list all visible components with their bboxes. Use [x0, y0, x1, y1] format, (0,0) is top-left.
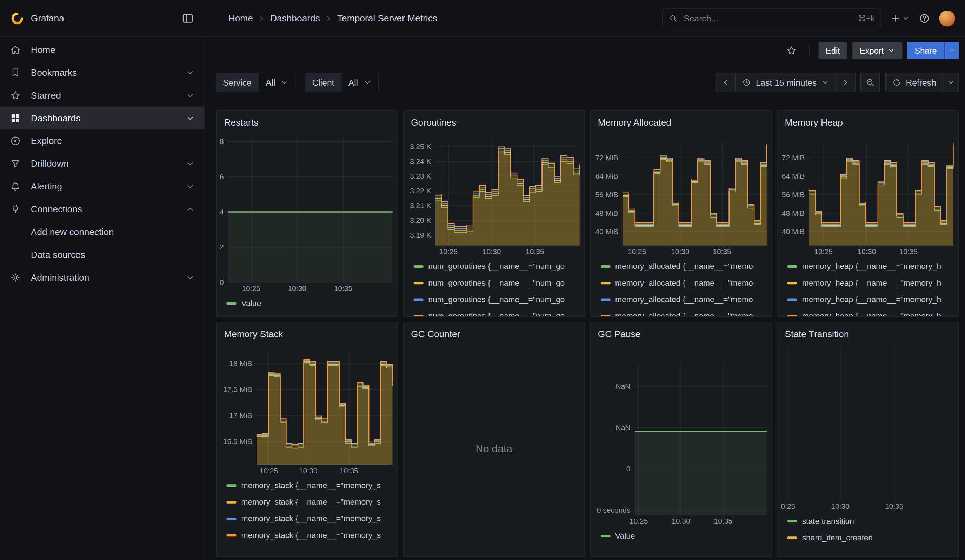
chevron-down-icon[interactable]: [186, 68, 195, 77]
compass-icon: [10, 135, 21, 146]
sidebar-item-drilldown[interactable]: Drilldown: [0, 152, 204, 175]
home-icon: [10, 44, 21, 55]
legend-item[interactable]: shard_item_created: [787, 529, 954, 545]
breadcrumb: HomeDashboardsTemporal Server Metrics: [229, 13, 437, 23]
share-button[interactable]: Share: [907, 42, 944, 59]
legend-item[interactable]: memory_heap {__name__="memory_h: [787, 258, 954, 274]
legend-item[interactable]: memory_stack {__name__="memory_s: [226, 510, 392, 527]
legend-item[interactable]: num_goroutines {__name__="num_go: [413, 291, 579, 308]
legend-item[interactable]: memory_allocated {__name__="memo: [600, 308, 766, 317]
refresh-button[interactable]: Refresh: [885, 73, 944, 92]
dock-menu-toggle-icon[interactable]: [182, 12, 194, 24]
service-variable-value[interactable]: All: [258, 73, 296, 92]
panel-header[interactable]: Goroutines: [404, 111, 584, 130]
share-button-group: Share: [907, 42, 959, 59]
svg-text:48 MiB: 48 MiB: [782, 209, 805, 217]
sidebar-item-dashboards[interactable]: Dashboards: [0, 106, 204, 129]
legend-color-dash: [787, 315, 797, 316]
legend-item[interactable]: memory_heap {__name__="memory_h: [787, 274, 954, 291]
chevron-down-icon[interactable]: [186, 273, 195, 282]
svg-text:10:35: 10:35: [526, 247, 544, 255]
help-icon[interactable]: [919, 13, 930, 24]
legend-item[interactable]: num_goroutines {__name__="num_go: [413, 258, 579, 274]
legend-item[interactable]: Value: [600, 527, 766, 544]
search-input[interactable]: [682, 13, 853, 24]
chart-gc-pause[interactable]: NaNNaN00 seconds10:2510:3010:35: [590, 341, 771, 526]
panel-header[interactable]: Memory Stack: [216, 322, 397, 341]
chart-memory-allocated[interactable]: 72 MiB64 MiB56 MiB48 MiB40 MiB10:2510:30…: [590, 130, 771, 256]
panel-header[interactable]: State Transition: [778, 322, 958, 341]
share-menu-button[interactable]: [944, 42, 959, 59]
sidebar-item-label: Drilldown: [31, 158, 69, 169]
panel-title: Memory Allocated: [598, 117, 671, 127]
legend: state transitionshard_item_created: [778, 511, 958, 556]
breadcrumb-item[interactable]: Home: [229, 13, 253, 23]
legend: memory_allocated {__name__="memomemory_a…: [590, 256, 771, 316]
user-avatar[interactable]: [939, 10, 955, 26]
breadcrumb-item[interactable]: Temporal Server Metrics: [337, 13, 437, 23]
panel-header[interactable]: GC Pause: [590, 322, 771, 341]
legend-item[interactable]: memory_stack {__name__="memory_s: [226, 527, 392, 543]
add-menu-button[interactable]: [891, 13, 909, 23]
sidebar-item-starred[interactable]: Starred: [0, 84, 204, 107]
svg-text:72 MiB: 72 MiB: [782, 154, 805, 162]
chevron-down-icon[interactable]: [186, 182, 195, 191]
chevron-down-icon: [947, 78, 955, 86]
panel-header[interactable]: Memory Allocated: [590, 111, 771, 130]
favorite-star-button[interactable]: [782, 42, 801, 59]
sidebar-item-bookmarks[interactable]: Bookmarks: [0, 61, 204, 84]
sidebar-item-connections[interactable]: Connections: [0, 198, 204, 220]
legend-color-dash: [787, 520, 797, 522]
legend-item[interactable]: num_goroutines {__name__="num_go: [413, 308, 579, 317]
search-box[interactable]: ⌘+k: [662, 8, 881, 28]
sidebar-item-alerting[interactable]: Alerting: [0, 175, 204, 198]
export-button[interactable]: Export: [852, 42, 902, 59]
legend-item[interactable]: Value: [226, 295, 392, 311]
sidebar-item-explore[interactable]: Explore: [0, 129, 204, 152]
panel-header[interactable]: Restarts: [216, 111, 397, 130]
legend-color-dash: [226, 517, 236, 520]
edit-button[interactable]: Edit: [818, 42, 847, 59]
time-shift-forward-button[interactable]: [836, 73, 855, 92]
refresh-interval-button[interactable]: [943, 73, 959, 92]
time-range-picker[interactable]: Last 15 minutes: [735, 73, 836, 92]
legend-item[interactable]: state transition: [787, 513, 954, 529]
sidebar-item-home[interactable]: Home: [0, 38, 204, 61]
chart-memory-heap[interactable]: 72 MiB64 MiB56 MiB48 MiB40 MiB10:2510:30…: [778, 130, 958, 256]
legend: memory_heap {__name__="memory_hmemory_he…: [778, 256, 958, 316]
chart-state-transition[interactable]: 0:2510:3010:35: [778, 341, 958, 511]
svg-text:18 MiB: 18 MiB: [229, 359, 252, 367]
panel-gc-counter: GC CounterNo data: [403, 322, 585, 557]
chevron-down-icon[interactable]: [186, 91, 195, 100]
chevron-down-icon[interactable]: [186, 114, 195, 122]
zoom-out-button[interactable]: [860, 73, 880, 92]
clock-icon: [742, 78, 751, 87]
sidebar-item-add-new-connection[interactable]: Add new connection: [0, 220, 204, 243]
panel-title: Restarts: [224, 117, 258, 127]
time-shift-back-button[interactable]: [716, 73, 736, 92]
chart-restarts[interactable]: 8642010:2510:3010:35: [216, 130, 397, 294]
grafana-logo-icon[interactable]: [11, 12, 23, 24]
legend-item[interactable]: num_goroutines {__name__="num_go: [413, 274, 579, 291]
legend-item[interactable]: memory_stack {__name__="memory_s: [226, 494, 392, 510]
sidebar-item-data-sources[interactable]: Data sources: [0, 243, 204, 266]
legend-item[interactable]: memory_allocated {__name__="memo: [600, 291, 766, 308]
client-variable-value[interactable]: All: [341, 73, 378, 92]
chart-goroutines[interactable]: 3.25 K3.24 K3.23 K3.22 K3.21 K3.20 K3.19…: [404, 130, 584, 256]
legend-item[interactable]: memory_heap {__name__="memory_h: [787, 308, 954, 317]
chevron-down-icon[interactable]: [186, 159, 195, 168]
chart-memory-stack[interactable]: 18 MiB17.5 MiB17 MiB16.5 MiB10:2510:3010…: [216, 341, 397, 475]
svg-text:56 MiB: 56 MiB: [595, 191, 618, 199]
chevron-up-icon[interactable]: [186, 204, 195, 213]
panel-header[interactable]: Memory Heap: [778, 111, 958, 130]
sidebar-item-administration[interactable]: Administration: [0, 266, 204, 289]
legend-item[interactable]: memory_allocated {__name__="memo: [600, 274, 766, 291]
svg-text:17 MiB: 17 MiB: [229, 411, 252, 419]
legend-item[interactable]: memory_stack {__name__="memory_s: [226, 477, 392, 493]
breadcrumb-item[interactable]: Dashboards: [270, 13, 320, 23]
legend-item[interactable]: memory_allocated {__name__="memo: [600, 258, 766, 274]
brand[interactable]: Grafana: [11, 12, 64, 24]
svg-text:10:25: 10:25: [259, 467, 278, 475]
legend-item[interactable]: memory_heap {__name__="memory_h: [787, 291, 954, 308]
panel-header[interactable]: GC Counter: [404, 322, 584, 341]
